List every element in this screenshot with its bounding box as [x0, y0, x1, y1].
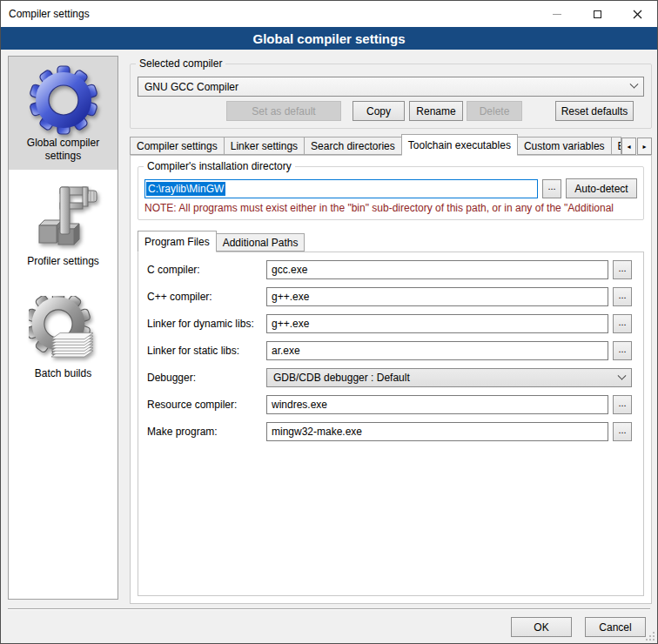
title-bar: Compiler settings	[1, 1, 657, 27]
make-program-label: Make program:	[147, 426, 266, 438]
selected-compiler-value: GNU GCC Compiler	[144, 81, 238, 93]
sidebar-item-batch-builds[interactable]: Batch builds	[9, 287, 118, 387]
window-title: Compiler settings	[9, 8, 90, 20]
chevron-down-icon	[618, 371, 627, 379]
install-directory-group-label: Compiler's installation directory	[144, 160, 295, 172]
debugger-label: Debugger:	[147, 372, 266, 384]
sidebar-item-global-compiler-settings[interactable]: Global compiler settings	[9, 57, 118, 170]
selected-compiler-combobox[interactable]: GNU GCC Compiler	[138, 77, 644, 97]
linker-dynamic-browse-button[interactable]: ...	[613, 314, 632, 333]
c-compiler-input[interactable]	[266, 260, 608, 279]
rename-button[interactable]: Rename	[409, 101, 463, 121]
debugger-value: GDB/CDB debugger : Default	[273, 372, 410, 384]
subtab-additional-paths[interactable]: Additional Paths	[216, 233, 306, 252]
delete-button[interactable]: Delete	[467, 101, 522, 121]
debugger-select[interactable]: GDB/CDB debugger : Default	[266, 368, 632, 387]
caption-buttons	[537, 1, 657, 27]
arrow-right-icon: ▸	[642, 143, 646, 151]
linker-static-label: Linker for static libs:	[147, 345, 266, 357]
form-row: C++ compiler: ...	[147, 287, 632, 306]
subtab-program-files[interactable]: Program Files	[138, 231, 217, 252]
copy-button[interactable]: Copy	[352, 101, 405, 121]
compiler-buttons-row: Set as default Copy Rename Delete Reset …	[138, 101, 644, 121]
toolchain-executables-page: Compiler's installation directory C:\ray…	[130, 155, 652, 604]
resource-compiler-label: Resource compiler:	[147, 399, 266, 411]
minimize-button[interactable]	[537, 1, 577, 27]
install-directory-row: C:\raylib\MinGW ... Auto-detect	[144, 178, 637, 198]
resource-compiler-input[interactable]	[266, 395, 608, 414]
tab-toolchain-executables[interactable]: Toolchain executables	[401, 134, 518, 156]
tab-custom-variables[interactable]: Custom variables	[517, 137, 612, 155]
tab-scroll-right-button[interactable]: ▸	[637, 138, 652, 155]
tab-linker-settings[interactable]: Linker settings	[224, 137, 305, 155]
form-row: Debugger: GDB/CDB debugger : Default	[147, 368, 632, 387]
linker-dynamic-input[interactable]	[266, 314, 608, 333]
maximize-button[interactable]	[577, 1, 617, 27]
c-compiler-browse-button[interactable]: ...	[613, 260, 632, 279]
make-program-input[interactable]	[266, 422, 608, 441]
install-directory-group: Compiler's installation directory C:\ray…	[138, 166, 644, 220]
maximize-icon	[594, 10, 601, 18]
sidebar-item-label: Profiler settings	[10, 255, 116, 268]
reset-defaults-button[interactable]: Reset defaults	[555, 101, 634, 121]
tab-search-directories[interactable]: Search directories	[304, 137, 402, 155]
form-row: Resource compiler: ...	[147, 395, 632, 414]
cancel-button[interactable]: Cancel	[585, 617, 646, 637]
selected-compiler-group: Selected compiler GNU GCC Compiler Set a…	[130, 64, 652, 129]
install-dir-browse-button[interactable]: ...	[542, 179, 561, 198]
settings-sidebar: Global compiler settings	[8, 56, 118, 600]
batch-builds-icon	[29, 296, 98, 366]
tab-scroll-left-button[interactable]: ◂	[621, 138, 636, 155]
cpp-compiler-browse-button[interactable]: ...	[613, 287, 632, 306]
close-button[interactable]	[617, 1, 657, 27]
linker-static-browse-button[interactable]: ...	[613, 341, 632, 360]
program-files-tab-strip: Program Files Additional Paths	[138, 230, 644, 252]
tab-compiler-settings[interactable]: Compiler settings	[130, 137, 225, 155]
cpp-compiler-label: C++ compiler:	[147, 291, 266, 303]
footer-divider	[8, 608, 650, 610]
arrow-left-icon: ◂	[627, 143, 630, 151]
banner-title: Global compiler settings	[252, 31, 405, 46]
main-panel: Selected compiler GNU GCC Compiler Set a…	[130, 56, 652, 604]
cpp-compiler-input[interactable]	[266, 287, 608, 306]
set-as-default-button[interactable]: Set as default	[226, 101, 341, 121]
compiler-settings-dialog: Compiler settings Global compiler settin…	[0, 0, 658, 644]
form-row: Make program: ...	[147, 422, 632, 441]
minimize-icon	[553, 14, 561, 15]
form-row: Linker for static libs: ...	[147, 341, 632, 360]
linker-dynamic-label: Linker for dynamic libs:	[147, 318, 266, 330]
form-row: C compiler: ...	[147, 260, 632, 279]
gear-icon	[29, 65, 98, 135]
close-icon	[633, 10, 642, 19]
sidebar-item-label: Batch builds	[10, 367, 116, 380]
dialog-banner: Global compiler settings	[1, 27, 657, 50]
sidebar-item-label: Global compiler settings	[10, 137, 116, 163]
chevron-down-icon	[630, 80, 639, 89]
c-compiler-label: C compiler:	[147, 264, 266, 276]
sidebar-item-profiler-settings[interactable]: Profiler settings	[9, 175, 118, 275]
tab-scroll-arrows: ◂ ▸	[621, 138, 652, 155]
ok-button[interactable]: OK	[511, 617, 572, 637]
linker-static-input[interactable]	[266, 341, 608, 360]
resize-grip[interactable]	[646, 632, 655, 641]
caliper-icon	[29, 184, 98, 253]
make-program-browse-button[interactable]: ...	[613, 422, 632, 441]
install-dir-selected-text: C:\raylib\MinGW	[146, 182, 225, 196]
install-dir-input[interactable]: C:\raylib\MinGW	[144, 179, 538, 198]
install-note: NOTE: All programs must exist either in …	[144, 202, 637, 214]
auto-detect-button[interactable]: Auto-detect	[566, 178, 637, 198]
resource-compiler-browse-button[interactable]: ...	[613, 395, 632, 414]
settings-tab-strip: Compiler settings Linker settings Search…	[130, 133, 652, 155]
form-row: Linker for dynamic libs: ...	[147, 314, 632, 333]
program-files-page: C compiler: ... C++ compiler: ... Linker…	[138, 252, 644, 596]
selected-compiler-group-label: Selected compiler	[136, 57, 225, 70]
